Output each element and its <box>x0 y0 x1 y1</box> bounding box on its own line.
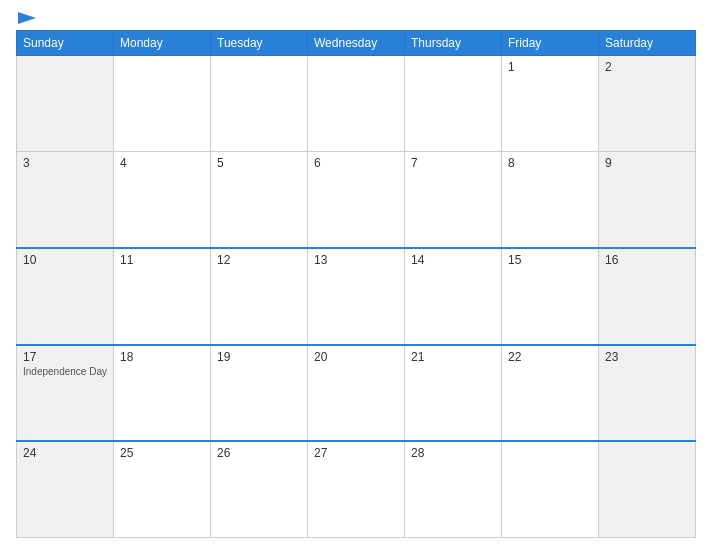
svg-marker-0 <box>18 12 36 24</box>
day-number: 27 <box>314 446 398 460</box>
calendar-cell: 9 <box>599 152 696 248</box>
day-number: 23 <box>605 350 689 364</box>
calendar-page: SundayMondayTuesdayWednesdayThursdayFrid… <box>0 0 712 550</box>
day-number: 19 <box>217 350 301 364</box>
calendar-cell: 23 <box>599 345 696 441</box>
day-number: 25 <box>120 446 204 460</box>
calendar-cell <box>114 56 211 152</box>
day-number: 28 <box>411 446 495 460</box>
day-number: 9 <box>605 156 689 170</box>
day-header-tuesday: Tuesday <box>211 31 308 56</box>
calendar-week-3: 10111213141516 <box>17 248 696 344</box>
calendar-cell: 15 <box>502 248 599 344</box>
calendar-cell: 20 <box>308 345 405 441</box>
calendar-cell: 19 <box>211 345 308 441</box>
calendar-cell: 14 <box>405 248 502 344</box>
calendar-week-2: 3456789 <box>17 152 696 248</box>
calendar-cell: 13 <box>308 248 405 344</box>
calendar-week-4: 17Independence Day181920212223 <box>17 345 696 441</box>
day-number: 2 <box>605 60 689 74</box>
calendar-cell: 4 <box>114 152 211 248</box>
calendar-cell: 24 <box>17 441 114 537</box>
day-number: 26 <box>217 446 301 460</box>
day-number: 3 <box>23 156 107 170</box>
calendar-cell: 10 <box>17 248 114 344</box>
day-header-wednesday: Wednesday <box>308 31 405 56</box>
calendar-cell: 6 <box>308 152 405 248</box>
calendar-cell <box>211 56 308 152</box>
day-header-monday: Monday <box>114 31 211 56</box>
calendar-cell <box>405 56 502 152</box>
day-number: 4 <box>120 156 204 170</box>
calendar-cell: 25 <box>114 441 211 537</box>
day-number: 7 <box>411 156 495 170</box>
calendar-cell: 5 <box>211 152 308 248</box>
calendar-cell <box>308 56 405 152</box>
logo <box>16 12 36 24</box>
calendar-cell: 22 <box>502 345 599 441</box>
calendar-cell <box>17 56 114 152</box>
calendar-cell: 1 <box>502 56 599 152</box>
day-number: 15 <box>508 253 592 267</box>
calendar-cell: 7 <box>405 152 502 248</box>
calendar-cell <box>502 441 599 537</box>
day-number: 22 <box>508 350 592 364</box>
calendar-cell: 16 <box>599 248 696 344</box>
calendar-cell <box>599 441 696 537</box>
day-number: 11 <box>120 253 204 267</box>
calendar-cell: 28 <box>405 441 502 537</box>
logo-flag-icon <box>18 12 36 24</box>
day-number: 8 <box>508 156 592 170</box>
day-number: 20 <box>314 350 398 364</box>
day-header-thursday: Thursday <box>405 31 502 56</box>
calendar-cell: 11 <box>114 248 211 344</box>
calendar-cell: 2 <box>599 56 696 152</box>
calendar-cell: 27 <box>308 441 405 537</box>
day-number: 5 <box>217 156 301 170</box>
day-number: 16 <box>605 253 689 267</box>
calendar-cell: 18 <box>114 345 211 441</box>
calendar-cell: 17Independence Day <box>17 345 114 441</box>
calendar-cell: 8 <box>502 152 599 248</box>
calendar-header-row: SundayMondayTuesdayWednesdayThursdayFrid… <box>17 31 696 56</box>
day-number: 14 <box>411 253 495 267</box>
calendar-cell: 3 <box>17 152 114 248</box>
calendar-header <box>16 12 696 24</box>
day-number: 12 <box>217 253 301 267</box>
day-number: 6 <box>314 156 398 170</box>
day-number: 13 <box>314 253 398 267</box>
event-label: Independence Day <box>23 366 107 377</box>
day-header-sunday: Sunday <box>17 31 114 56</box>
calendar-week-5: 2425262728 <box>17 441 696 537</box>
calendar-cell: 26 <box>211 441 308 537</box>
calendar-table: SundayMondayTuesdayWednesdayThursdayFrid… <box>16 30 696 538</box>
day-header-friday: Friday <box>502 31 599 56</box>
calendar-cell: 21 <box>405 345 502 441</box>
day-header-saturday: Saturday <box>599 31 696 56</box>
day-number: 1 <box>508 60 592 74</box>
day-number: 10 <box>23 253 107 267</box>
day-number: 18 <box>120 350 204 364</box>
calendar-week-1: 12 <box>17 56 696 152</box>
day-number: 17 <box>23 350 107 364</box>
calendar-cell: 12 <box>211 248 308 344</box>
day-number: 24 <box>23 446 107 460</box>
day-number: 21 <box>411 350 495 364</box>
